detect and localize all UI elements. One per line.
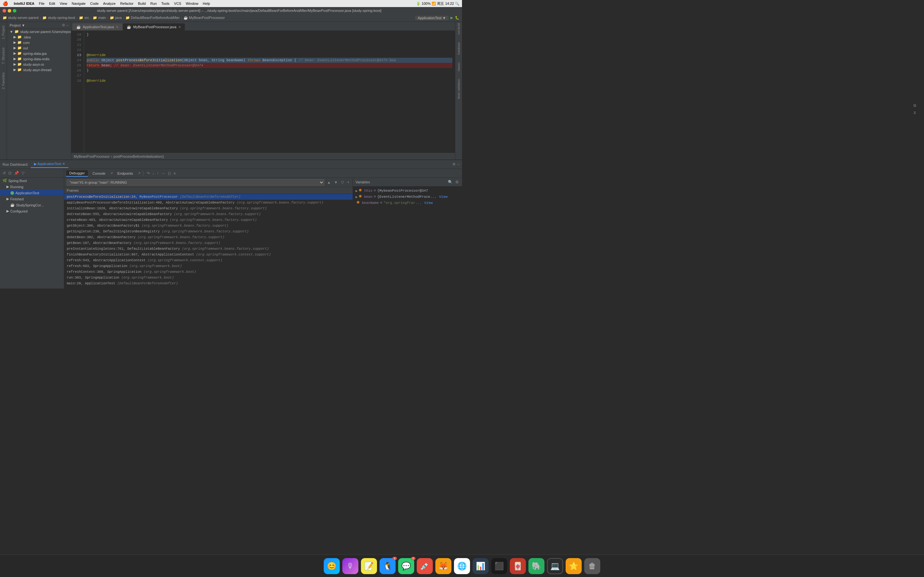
close-button[interactable]: [3, 9, 6, 13]
stop-all-icon[interactable]: ⊡: [8, 170, 12, 176]
settings-var-icon[interactable]: ⚙: [455, 179, 459, 185]
project-settings-icon[interactable]: ⚙: [62, 23, 65, 27]
run-tree-study-spring[interactable]: ☕ StudySpringCor...: [0, 202, 64, 208]
breadcrumb-item-4[interactable]: 📁 java: [110, 16, 121, 20]
breadcrumb-item-2[interactable]: 📁 src: [79, 16, 89, 20]
code-lines[interactable]: } @Override public Object postProcessBef…: [84, 31, 455, 153]
more-options-icon[interactable]: ≡: [173, 171, 176, 176]
settings-icon[interactable]: ⚙: [452, 162, 456, 166]
tree-com[interactable]: ▶ 📁 com: [7, 40, 71, 45]
frame-item-7[interactable]: doGetBean:302, AbstractBeanFactory (org.…: [64, 234, 352, 240]
breadcrumb-item-1[interactable]: 📁 study-spring-boot: [42, 16, 75, 20]
menu-code[interactable]: Code: [90, 2, 99, 5]
frame-item-9[interactable]: preInstantiateSingletons:761, DefaultLis…: [64, 246, 352, 251]
menu-view[interactable]: View: [60, 2, 67, 5]
menu-vcs[interactable]: VCS: [174, 2, 181, 5]
frame-item-10[interactable]: finishBeanFactoryInitialization:867, Abs…: [64, 251, 352, 258]
frame-item-12[interactable]: refresh:693, SpringApplication (org.spri…: [64, 263, 352, 269]
database-icon[interactable]: Database: [457, 42, 460, 55]
editor-breadcrumb-method[interactable]: postProcessBeforeInitialization(): [113, 155, 164, 158]
step-into-icon[interactable]: ↓: [152, 171, 155, 176]
var-bean[interactable]: ▶ bean = {EventListenerMethodProce... Vi…: [353, 194, 462, 200]
restart-icon[interactable]: ↺: [2, 170, 6, 176]
editor-breadcrumb-class[interactable]: MyBeanPostProcessor: [74, 155, 110, 158]
frame-item-11[interactable]: refresh:543, AbstractApplicationContext …: [64, 258, 352, 263]
menu-analyze[interactable]: Analyze: [103, 2, 115, 5]
minimize-button[interactable]: [8, 9, 11, 13]
view-bean-link[interactable]: View: [439, 195, 447, 199]
pin-icon[interactable]: 📌: [13, 170, 19, 176]
debugger-tab[interactable]: Debugger: [66, 170, 88, 177]
frame-item-8[interactable]: getBean:197, AbstractBeanFactory (org.sp…: [64, 240, 352, 246]
frame-item-14[interactable]: run:303, SpringApplication (org.springfr…: [64, 275, 352, 280]
filter-thread-icon[interactable]: ▽: [341, 179, 344, 185]
frame-item-13[interactable]: refreshContext:360, SpringApplication (o…: [64, 269, 352, 275]
run-tree-spring-boot[interactable]: 🌿 Spring Boot: [0, 177, 64, 184]
nav-down-icon[interactable]: ▼: [333, 179, 338, 185]
step-out-icon[interactable]: ↑: [156, 171, 160, 176]
frame-item-15[interactable]: main:20, ApplicationTest (DefaultBeanFor…: [64, 280, 352, 286]
breadcrumb-item-5[interactable]: 📁 DefaultBeanForBeforeAndAfter: [126, 16, 180, 20]
menu-file[interactable]: File: [39, 2, 45, 5]
tab-close-1[interactable]: ✕: [178, 25, 181, 29]
tree-asyn-thread[interactable]: ▶ 📁 study-asyn-thread: [7, 67, 71, 73]
tab-my-bean-post-processor[interactable]: ☕ MyBeanPostProcessor.java ✕: [123, 23, 185, 31]
maven-icon[interactable]: Maven: [457, 63, 460, 71]
frame-item-3[interactable]: doCreateBean:555, AbstractAutowireCapabl…: [64, 211, 352, 217]
run-tree-running[interactable]: ▶ Running: [0, 184, 64, 190]
console-icon[interactable]: ↗: [110, 171, 113, 175]
breadcrumb-item-3[interactable]: 📁 main: [93, 16, 106, 20]
menu-build[interactable]: Build: [138, 2, 145, 5]
run-dashboard-tab[interactable]: ▶ ApplicationTest ✕: [31, 161, 68, 168]
menu-edit[interactable]: Edit: [49, 2, 55, 5]
frame-item-1[interactable]: applyBeanPostProcessorsBeforeInitializat…: [64, 200, 352, 205]
step-over-icon[interactable]: ↷: [146, 171, 150, 176]
tab-close-0[interactable]: ✕: [116, 25, 118, 29]
favorites-icon[interactable]: 2: Favorites: [2, 73, 5, 89]
tab-application-test[interactable]: ☕ ApplicationTest.java ✕: [73, 23, 122, 31]
tree-root[interactable]: ▼ 📁 study-server-parent /Users/reposit: [7, 29, 71, 34]
evaluate-icon[interactable]: ⟨⟩: [167, 171, 172, 176]
apple-menu[interactable]: 🍎: [3, 1, 8, 6]
breadcrumb-item-0[interactable]: 📁 study-server-parent: [3, 16, 39, 20]
breadcrumb-item-6[interactable]: ☕ MyBeanPostProcessor: [184, 16, 225, 20]
thread-select-dropdown[interactable]: "main"#1 in group "main": RUNNING: [67, 179, 325, 185]
maximize-button[interactable]: [13, 9, 16, 13]
var-this[interactable]: ▶ this = {MybeanPostProcessor@347: [353, 188, 462, 194]
nav-up-icon[interactable]: ▲: [326, 179, 331, 185]
run-to-cursor-icon[interactable]: →: [161, 171, 166, 176]
frame-item-0[interactable]: postProcessBeforeInitialization:24, MyBe…: [64, 194, 352, 200]
ant-build-icon[interactable]: Ant Build: [457, 23, 460, 35]
frame-item-5[interactable]: getObject:306, AbstractBeanFactory$1 (or…: [64, 223, 352, 229]
endpoints-icon[interactable]: ↗: [137, 171, 141, 175]
debug-button[interactable]: 🐛: [455, 16, 459, 20]
project-collapse-icon[interactable]: –: [66, 23, 68, 27]
menu-run[interactable]: Run: [150, 2, 157, 5]
frame-item-2[interactable]: initializeBean:1620, AbstractAutowireCap…: [64, 205, 352, 211]
run-button[interactable]: ▶: [451, 16, 453, 20]
view-beanname-link[interactable]: View: [424, 201, 433, 205]
search-var-icon[interactable]: 🔍: [447, 179, 453, 185]
run-config-selector[interactable]: ApplicationTest ▼: [415, 16, 449, 20]
frame-item-4[interactable]: createBean:483, AbstractAutowireCapableB…: [64, 217, 352, 223]
run-tree-finished[interactable]: ▶ Finished: [0, 196, 64, 202]
project-view-icon[interactable]: 1: Project: [2, 26, 5, 39]
tree-asyn-io[interactable]: ▶ 📁 study-asyn-io: [7, 61, 71, 67]
run-tree-configured[interactable]: ▶ Configured: [0, 208, 64, 214]
menu-tools[interactable]: Tools: [162, 2, 170, 5]
menu-navigate[interactable]: Navigate: [72, 2, 86, 5]
menu-help[interactable]: Help: [203, 2, 210, 5]
tree-idea[interactable]: ▶ 📁 .idea: [7, 34, 71, 40]
menu-window[interactable]: Window: [186, 2, 198, 5]
tree-out[interactable]: ▶ 📁 out: [7, 45, 71, 51]
filter-icon[interactable]: ▽: [21, 170, 25, 176]
console-tab[interactable]: Console: [89, 171, 108, 176]
endpoints-tab[interactable]: Endpoints: [114, 171, 136, 176]
tree-spring-data-redis[interactable]: ▶ 📁 spring-data-redis: [7, 56, 71, 61]
menu-refactor[interactable]: Refactor: [120, 2, 134, 5]
minimize-panel-icon[interactable]: –: [457, 162, 459, 166]
structure-icon[interactable]: 7: Structure: [2, 47, 5, 64]
var-beanname[interactable]: beanName = "org.springfrar... View: [353, 200, 462, 206]
run-tree-application-test[interactable]: ⬤ ApplicationTest: [0, 190, 64, 196]
tree-spring-data-jpa[interactable]: ▶ 📁 spring-data-jpa: [7, 51, 71, 56]
